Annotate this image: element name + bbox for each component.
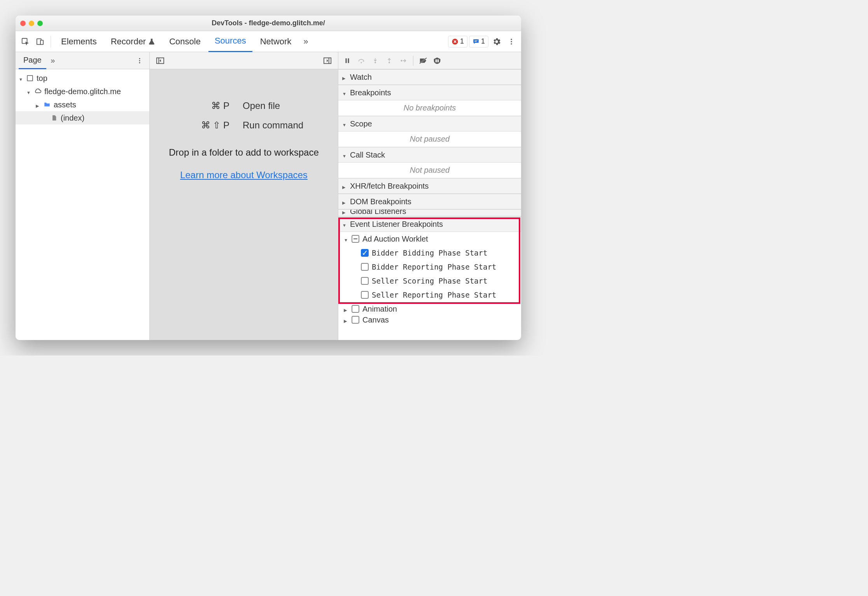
ad-auction-label: Ad Auction Worklet xyxy=(362,235,428,244)
flask-icon xyxy=(148,38,155,45)
hint-run-command: ⌘ ⇧ P Run command xyxy=(159,120,328,131)
deactivate-breakpoints-icon[interactable] xyxy=(416,54,430,67)
svg-point-10 xyxy=(139,60,140,61)
drop-hint: Drop in a folder to add to workspace xyxy=(169,147,319,158)
section-dom[interactable]: DOM Breakpoints xyxy=(338,194,521,209)
svg-rect-5 xyxy=(474,41,476,42)
learn-workspaces-link[interactable]: Learn more about Workspaces xyxy=(180,170,308,181)
navigator-pane: Page » top fledge-demo.glitch.me xyxy=(16,52,150,340)
svg-point-8 xyxy=(511,43,512,44)
folder-icon xyxy=(43,100,51,109)
debugger-pane: Watch Breakpoints No breakpoints Scope N… xyxy=(338,52,521,340)
step-icon[interactable] xyxy=(397,54,410,67)
devtools-window: DevTools - fledge-demo.glitch.me/ Elemen… xyxy=(16,16,521,340)
svg-rect-2 xyxy=(40,40,43,44)
svg-point-19 xyxy=(360,62,362,63)
checkbox-ad-auction[interactable] xyxy=(352,235,359,243)
show-navigator-icon[interactable] xyxy=(154,54,167,67)
tree-assets-label: assets xyxy=(54,100,76,109)
navigator-kebab-icon[interactable] xyxy=(133,54,146,67)
inspect-icon[interactable] xyxy=(19,35,32,48)
checkbox-canvas[interactable] xyxy=(352,316,359,324)
tab-recorder-label: Recorder xyxy=(111,37,146,47)
svg-rect-26 xyxy=(438,59,439,62)
svg-point-22 xyxy=(401,60,402,61)
editor-header xyxy=(150,52,338,69)
breakpoints-label: Breakpoints xyxy=(350,88,391,97)
tree-top[interactable]: top xyxy=(16,72,149,85)
callstack-label: Call Stack xyxy=(350,151,385,160)
svg-point-9 xyxy=(139,58,140,59)
page-tab[interactable]: Page xyxy=(19,52,46,69)
seller-scoring-label: Seller Scoring Phase Start xyxy=(372,277,487,285)
category-ad-auction[interactable]: Ad Auction Worklet xyxy=(338,232,521,246)
svg-point-20 xyxy=(374,61,376,63)
message-counter[interactable]: 1 xyxy=(469,36,488,47)
section-xhr[interactable]: XHR/fetch Breakpoints xyxy=(338,178,521,194)
more-tabs-icon[interactable]: » xyxy=(299,35,312,48)
step-over-icon[interactable] xyxy=(355,54,368,67)
event-listener-body: Ad Auction Worklet ✓ Bidder Bidding Phas… xyxy=(338,232,521,302)
message-count: 1 xyxy=(481,37,485,46)
frame-icon xyxy=(26,74,34,82)
section-scope[interactable]: Scope xyxy=(338,116,521,131)
device-toggle-icon[interactable] xyxy=(33,35,47,48)
pause-icon[interactable] xyxy=(341,54,354,67)
tab-recorder[interactable]: Recorder xyxy=(105,31,161,52)
section-event-listener[interactable]: Event Listener Breakpoints xyxy=(338,216,521,232)
bp-seller-reporting[interactable]: Seller Reporting Phase Start xyxy=(338,288,521,302)
callstack-body: Not paused xyxy=(338,163,521,178)
step-into-icon[interactable] xyxy=(369,54,382,67)
message-icon xyxy=(472,38,480,45)
checkbox-seller-scoring[interactable] xyxy=(361,277,369,285)
svg-point-11 xyxy=(139,62,140,63)
canvas-label: Canvas xyxy=(362,316,389,324)
pause-on-exceptions-icon[interactable] xyxy=(430,54,444,67)
tab-sources[interactable]: Sources xyxy=(208,31,252,52)
step-out-icon[interactable] xyxy=(383,54,396,67)
tree-assets[interactable]: assets xyxy=(16,98,149,111)
bp-seller-scoring[interactable]: Seller Scoring Phase Start xyxy=(338,274,521,288)
svg-rect-17 xyxy=(346,58,347,63)
more-navigator-tabs-icon[interactable]: » xyxy=(46,54,60,67)
tab-elements[interactable]: Elements xyxy=(55,31,103,52)
bidder-bidding-label: Bidder Bidding Phase Start xyxy=(372,249,487,257)
tree-domain[interactable]: fledge-demo.glitch.me xyxy=(16,85,149,98)
seller-reporting-label: Seller Reporting Phase Start xyxy=(372,291,496,299)
hint-open-file: ⌘ P Open file xyxy=(159,100,328,111)
category-canvas[interactable]: Canvas xyxy=(338,316,521,324)
error-count: 1 xyxy=(460,37,464,46)
tree-index[interactable]: (index) xyxy=(16,111,149,124)
section-watch[interactable]: Watch xyxy=(338,69,521,85)
editor-pane: ⌘ P Open file ⌘ ⇧ P Run command Drop in … xyxy=(150,52,338,340)
titlebar: DevTools - fledge-demo.glitch.me/ xyxy=(16,16,521,31)
openfile-label: Open file xyxy=(243,100,328,111)
xhr-label: XHR/fetch Breakpoints xyxy=(350,182,429,191)
watch-label: Watch xyxy=(350,73,372,82)
navigator-header: Page » xyxy=(16,52,149,69)
event-listener-label: Event Listener Breakpoints xyxy=(350,220,443,229)
section-breakpoints[interactable]: Breakpoints xyxy=(338,85,521,100)
show-debugger-icon[interactable] xyxy=(321,54,334,67)
debugger-toolbar xyxy=(338,52,521,69)
svg-rect-18 xyxy=(348,58,349,63)
breakpoints-body: No breakpoints xyxy=(338,100,521,116)
tab-network[interactable]: Network xyxy=(254,31,298,52)
checkbox-bidder-reporting[interactable] xyxy=(361,263,369,271)
svg-point-7 xyxy=(511,41,512,42)
bp-bidder-bidding[interactable]: ✓ Bidder Bidding Phase Start xyxy=(338,246,521,260)
checkbox-animation[interactable] xyxy=(352,305,359,313)
checkbox-bidder-bidding[interactable]: ✓ xyxy=(361,249,369,257)
settings-icon[interactable] xyxy=(490,35,503,48)
kebab-icon[interactable] xyxy=(505,35,518,48)
checkbox-seller-reporting[interactable] xyxy=(361,291,369,299)
category-animation[interactable]: Animation xyxy=(338,302,521,316)
file-icon xyxy=(50,114,58,122)
tab-console[interactable]: Console xyxy=(163,31,207,52)
error-counter[interactable]: 1 xyxy=(448,36,467,47)
bp-bidder-reporting[interactable]: Bidder Reporting Phase Start xyxy=(338,260,521,274)
section-global[interactable]: Global Listeners xyxy=(338,209,521,216)
openfile-keys: ⌘ P xyxy=(159,100,229,111)
main-tabs: Elements Recorder Console Sources Networ… xyxy=(16,31,521,52)
section-callstack[interactable]: Call Stack xyxy=(338,147,521,163)
